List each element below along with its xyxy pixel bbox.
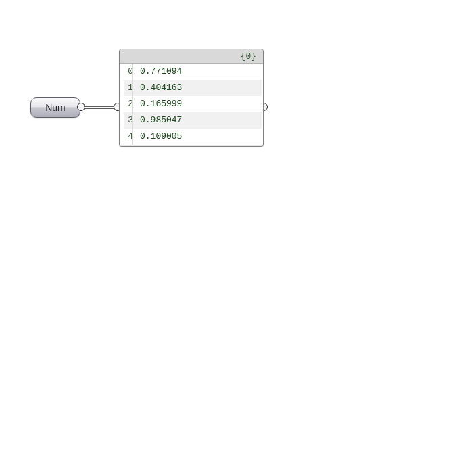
panel-row: 2 0.165999 <box>124 96 262 112</box>
row-value: 0.404163 <box>136 80 182 96</box>
panel-rows: 0 0.771094 1 0.404163 2 0.165999 3 0.985… <box>120 64 263 145</box>
panel-row: 3 0.985047 <box>124 112 262 129</box>
wire <box>84 106 115 109</box>
panel-footer <box>120 145 263 146</box>
panel-row: 0 0.771094 <box>124 64 262 80</box>
row-index: 0 <box>124 64 136 80</box>
panel-path-label: {0} <box>241 51 256 62</box>
panel-row: 4 0.109005 <box>124 129 262 145</box>
row-value: 0.165999 <box>136 96 182 112</box>
row-value: 0.985047 <box>136 112 182 129</box>
row-index: 1 <box>124 80 136 96</box>
num-output-grip[interactable] <box>77 103 85 111</box>
row-index: 4 <box>124 129 136 145</box>
num-component[interactable]: Num <box>30 97 80 118</box>
row-value: 0.109005 <box>136 129 182 145</box>
row-index: 3 <box>124 112 136 129</box>
num-component-label: Num <box>45 102 66 113</box>
row-index: 2 <box>124 96 136 112</box>
panel-header: {0} <box>120 49 263 64</box>
data-panel[interactable]: {0} 0 0.771094 1 0.404163 2 0.165999 3 0… <box>119 49 264 147</box>
row-value: 0.771094 <box>136 64 182 80</box>
grasshopper-canvas[interactable]: Num {0} 0 0.771094 1 0.404163 2 0.165999 <box>0 0 476 464</box>
panel-row: 1 0.404163 <box>124 80 262 96</box>
